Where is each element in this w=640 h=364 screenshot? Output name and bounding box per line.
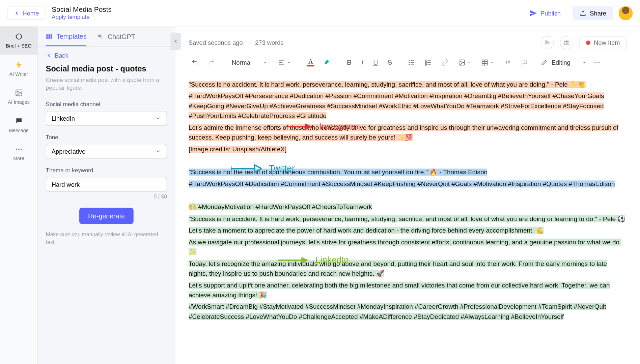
arrow-right-icon [231, 163, 261, 173]
image-icon [15, 89, 23, 97]
chat-bubbles-icon [97, 33, 104, 40]
share-button[interactable]: Share [572, 6, 613, 20]
editor-header: Saved seconds ago 273 words New Item [175, 26, 640, 49]
mode-label: Editing [552, 59, 571, 66]
share-label: Share [590, 9, 606, 17]
redo-button[interactable] [205, 57, 218, 67]
tab-chatgpt-label: ChatGPT [108, 33, 135, 40]
send-icon [529, 9, 537, 17]
publish-label: Publish [540, 9, 561, 17]
chevron-left-icon [13, 10, 20, 16]
tab-templates[interactable]: Templates [46, 33, 87, 46]
doc-title[interactable]: Social Media Posts [52, 6, 112, 14]
annotation-instagram: Instagram [287, 120, 358, 133]
annotation-linkedin-label: LinkedIn [315, 253, 349, 267]
highlighter-icon [324, 59, 331, 66]
ig-quote: "Success is no accident. It is hard work… [189, 81, 585, 88]
target-icon [15, 33, 23, 41]
back-label: Back [55, 52, 68, 59]
redo-icon [208, 59, 215, 66]
tone-value: Appreciative [52, 148, 86, 155]
char-count: 9 / 50 [46, 194, 167, 200]
status-dot-icon [586, 40, 590, 45]
side-panel: Templates ChatGPT Back Social media post… [38, 26, 175, 364]
status-select[interactable]: New Item [579, 36, 627, 49]
channel-value: LinkedIn [52, 115, 75, 122]
svg-point-22 [409, 60, 410, 61]
left-rail: Brief + SEO AI Writer AI Images Message … [0, 26, 38, 364]
italic-button[interactable]: I [359, 57, 366, 68]
li-p1: Let's take a moment to appreciate the po… [189, 227, 544, 234]
ig-body: Let's admire the immense efforts of thos… [189, 124, 618, 141]
clear-format-button[interactable]: T [501, 57, 514, 67]
highlight-button[interactable] [321, 57, 334, 67]
annotation-instagram-label: Instagram [319, 120, 358, 133]
svg-rect-11 [47, 34, 48, 39]
rail-brief-label: Brief + SEO [6, 43, 31, 49]
pencil-icon [541, 59, 547, 65]
back-link[interactable]: Back [46, 52, 167, 59]
bolt-icon [15, 61, 23, 69]
svg-marker-48 [305, 123, 312, 130]
svg-rect-17 [564, 41, 569, 45]
regenerate-button[interactable]: Re-generate [79, 208, 134, 224]
svg-point-1 [16, 34, 22, 39]
svg-point-10 [20, 149, 22, 150]
text-color-button[interactable]: A [305, 56, 317, 68]
link-icon [441, 59, 448, 66]
svg-point-44 [594, 62, 595, 63]
more-icon [15, 145, 23, 153]
mode-select[interactable]: Editing [541, 59, 586, 66]
add-people-button[interactable] [540, 36, 554, 49]
strikethrough-button[interactable]: S [385, 57, 395, 68]
collapse-panel-button[interactable] [170, 33, 181, 50]
bullet-list-button[interactable] [405, 57, 418, 67]
keyword-input[interactable]: Hard work [46, 177, 167, 192]
ig-hashtags: #HardWorkPaysOff #Perseverance #Dedicati… [189, 93, 604, 120]
table-button[interactable] [478, 57, 497, 67]
align-left-icon [278, 59, 285, 66]
comment-button[interactable] [518, 57, 531, 67]
editor: Saved seconds ago 273 words New Item [175, 26, 640, 364]
numbered-list-button[interactable]: 123 [422, 57, 435, 67]
rail-ai-writer[interactable]: AI Writer [0, 55, 37, 83]
link-button[interactable] [439, 57, 451, 67]
document-content[interactable]: "Success is no accident. It is hard work… [175, 75, 640, 328]
svg-point-18 [566, 42, 567, 44]
publish-button[interactable]: Publish [523, 6, 567, 20]
rail-more[interactable]: More [0, 139, 37, 168]
svg-text:3: 3 [425, 63, 427, 66]
li-p4: Let's support and uplift one another, ce… [189, 281, 610, 298]
template-title: Social media post - quotes [46, 64, 167, 73]
svg-rect-13 [51, 34, 52, 39]
rail-ai-images[interactable]: AI Images [0, 83, 37, 111]
channel-select[interactable]: LinkedIn [46, 111, 167, 126]
li-p2: As we navigate our professional journeys… [189, 238, 621, 255]
tone-select[interactable]: Appreciative [46, 144, 167, 159]
undo-button[interactable] [189, 57, 201, 67]
add-image-button[interactable] [560, 36, 573, 49]
rail-images-label: AI Images [8, 99, 30, 105]
chevron-down-icon [155, 116, 161, 122]
style-value: Normal [232, 59, 252, 66]
channel-label: Social media channel [46, 101, 167, 108]
rail-message[interactable]: Message [0, 111, 37, 139]
tw-hashtags: #HardWorkPaysOff #Dedication #Commitment… [189, 180, 615, 187]
image-button[interactable] [455, 57, 474, 67]
avatar[interactable] [619, 6, 633, 20]
align-button[interactable] [275, 57, 294, 67]
arrow-right-icon [287, 122, 312, 131]
home-label: Home [23, 9, 39, 17]
upload-icon [579, 9, 586, 17]
more-toolbar-button[interactable] [591, 57, 603, 67]
apply-template-link[interactable]: Apply template [52, 13, 112, 20]
paragraph-style-select[interactable]: Normal [228, 57, 271, 67]
home-button[interactable]: Home [7, 6, 46, 20]
li-header: 🙌 #MondayMotivation #HardWorkPaysOff #Ch… [189, 204, 372, 211]
rail-brief-seo[interactable]: Brief + SEO [0, 26, 37, 55]
tab-chatgpt[interactable]: ChatGPT [97, 33, 135, 46]
svg-marker-51 [255, 165, 262, 172]
annotation-linkedin: LinkedIn [278, 253, 349, 267]
bold-button[interactable]: B [344, 57, 354, 68]
underline-button[interactable]: U [370, 57, 381, 68]
